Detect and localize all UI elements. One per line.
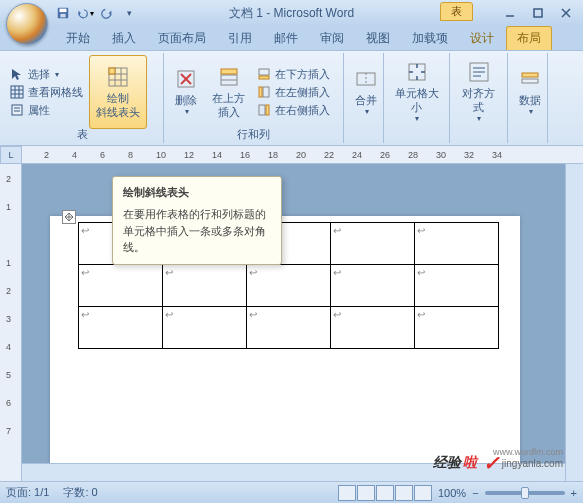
cell-size-button[interactable]: 单元格大小▾ xyxy=(388,55,445,129)
svg-rect-12 xyxy=(12,105,22,115)
window-title: 文档 1 - Microsoft Word xyxy=(229,5,354,22)
svg-rect-2 xyxy=(60,14,65,18)
cell: ↩ xyxy=(415,265,499,307)
tab-view[interactable]: 视图 xyxy=(356,27,400,50)
ribbon-tabs: 开始 插入 页面布局 引用 邮件 审阅 视图 加载项 设计 布局 xyxy=(0,26,583,50)
group-merge: 合并▾ xyxy=(344,53,384,143)
group-cell-size: 单元格大小▾ xyxy=(384,53,450,143)
save-icon[interactable] xyxy=(54,4,72,22)
full-screen-view-icon[interactable] xyxy=(357,485,375,501)
svg-rect-31 xyxy=(259,105,265,115)
tooltip: 绘制斜线表头 在要用作表格的行和列标题的单元格中插入一条或多条对角线。 xyxy=(112,176,282,265)
document-area[interactable]: ↩↩↩↩↩ ↩↩↩↩↩ ↩↩↩↩↩ xyxy=(22,164,565,481)
status-bar: 页面: 1/1 字数: 0 100% − + xyxy=(0,481,583,503)
cell: ↩ xyxy=(331,307,415,349)
title-bar: ▾ ▾ 文档 1 - Microsoft Word 表 xyxy=(0,0,583,26)
tab-layout[interactable]: 布局 xyxy=(506,26,552,50)
checkmark-icon: ✓ xyxy=(483,451,500,475)
group-data: 数据▾ xyxy=(508,53,548,143)
group-title-rows-cols: 行和列 xyxy=(164,127,343,142)
insert-below-button[interactable]: 在下方插入 xyxy=(253,66,334,83)
svg-rect-27 xyxy=(259,69,269,75)
insert-right-button[interactable]: 在右侧插入 xyxy=(253,102,334,119)
web-layout-view-icon[interactable] xyxy=(376,485,394,501)
svg-rect-26 xyxy=(221,69,237,74)
tab-page-layout[interactable]: 页面布局 xyxy=(148,27,216,50)
tab-mailings[interactable]: 邮件 xyxy=(264,27,308,50)
svg-rect-32 xyxy=(266,105,269,115)
group-table: 选择▾ 查看网格线 属性 绘制 斜线表头 表 xyxy=(2,53,164,143)
vertical-ruler: 2 1 1 2 3 4 5 6 7 xyxy=(0,164,22,481)
group-rows-cols: 删除▾ 在上方 插入 在下方插入 在左侧插入 在右侧插入 行和列 xyxy=(164,53,344,143)
table-move-handle-icon[interactable] xyxy=(62,210,76,224)
redo-icon[interactable] xyxy=(98,4,116,22)
svg-rect-7 xyxy=(11,86,23,98)
cell: ↩ xyxy=(415,223,499,265)
select-button[interactable]: 选择▾ xyxy=(6,66,87,83)
properties-button[interactable]: 属性 xyxy=(6,102,87,119)
maximize-button[interactable] xyxy=(525,5,551,21)
svg-rect-4 xyxy=(534,9,542,17)
group-title-table: 表 xyxy=(2,127,163,142)
cell: ↩ xyxy=(79,307,163,349)
zoom-percent[interactable]: 100% xyxy=(438,487,466,499)
cell: ↩ xyxy=(163,307,247,349)
tab-home[interactable]: 开始 xyxy=(56,27,100,50)
cell: ↩ xyxy=(247,265,331,307)
svg-rect-30 xyxy=(259,87,262,97)
tab-addins[interactable]: 加载项 xyxy=(402,27,458,50)
tab-review[interactable]: 审阅 xyxy=(310,27,354,50)
draft-view-icon[interactable] xyxy=(414,485,432,501)
svg-rect-41 xyxy=(522,79,538,83)
cell: ↩ xyxy=(331,265,415,307)
draw-diagonal-header-button[interactable]: 绘制 斜线表头 xyxy=(89,55,147,129)
office-button[interactable] xyxy=(6,3,48,45)
ribbon: 选择▾ 查看网格线 属性 绘制 斜线表头 表 删除▾ 在上方 插入 在下方插入 xyxy=(0,50,583,146)
vertical-scrollbar[interactable] xyxy=(565,164,583,481)
cell: ↩ xyxy=(247,307,331,349)
ruler-corner[interactable]: L xyxy=(0,146,22,164)
tooltip-body: 在要用作表格的行和列标题的单元格中插入一条或多条对角线。 xyxy=(123,206,271,256)
context-tab-table: 表 xyxy=(440,2,473,21)
zoom-out-button[interactable]: − xyxy=(472,487,478,499)
watermark-brand: 经验啦 ✓ jingyanla.com xyxy=(433,451,563,475)
alignment-button[interactable]: 对齐方式▾ xyxy=(454,55,503,129)
tab-insert[interactable]: 插入 xyxy=(102,27,146,50)
quick-access-toolbar: ▾ ▾ xyxy=(54,4,138,22)
cell: ↩ xyxy=(163,265,247,307)
cell: ↩ xyxy=(331,223,415,265)
view-buttons xyxy=(338,485,432,501)
merge-button[interactable]: 合并▾ xyxy=(348,55,384,129)
svg-rect-28 xyxy=(259,76,269,79)
undo-icon[interactable]: ▾ xyxy=(76,4,94,22)
tooltip-title: 绘制斜线表头 xyxy=(123,185,271,200)
minimize-button[interactable] xyxy=(497,5,523,21)
status-page[interactable]: 页面: 1/1 xyxy=(6,485,49,500)
svg-rect-1 xyxy=(60,9,67,13)
zoom-in-button[interactable]: + xyxy=(571,487,577,499)
status-words[interactable]: 字数: 0 xyxy=(63,485,97,500)
svg-rect-40 xyxy=(522,73,538,77)
tab-references[interactable]: 引用 xyxy=(218,27,262,50)
insert-left-button[interactable]: 在左侧插入 xyxy=(253,84,334,101)
delete-button[interactable]: 删除▾ xyxy=(168,55,204,129)
cell: ↩ xyxy=(79,265,163,307)
insert-above-button[interactable]: 在上方 插入 xyxy=(206,55,251,129)
print-layout-view-icon[interactable] xyxy=(338,485,356,501)
close-button[interactable] xyxy=(553,5,579,21)
zoom-slider[interactable] xyxy=(485,491,565,495)
horizontal-ruler: L 2 4 6 8 10 12 14 16 18 20 22 24 26 28 … xyxy=(0,146,583,164)
svg-rect-29 xyxy=(263,87,269,97)
svg-rect-20 xyxy=(109,68,115,74)
cell: ↩ xyxy=(415,307,499,349)
data-button[interactable]: 数据▾ xyxy=(512,55,548,129)
outline-view-icon[interactable] xyxy=(395,485,413,501)
tab-design[interactable]: 设计 xyxy=(460,27,504,50)
view-gridlines-button[interactable]: 查看网格线 xyxy=(6,84,87,101)
group-alignment: 对齐方式▾ xyxy=(450,53,508,143)
qat-customize-icon[interactable]: ▾ xyxy=(120,4,138,22)
